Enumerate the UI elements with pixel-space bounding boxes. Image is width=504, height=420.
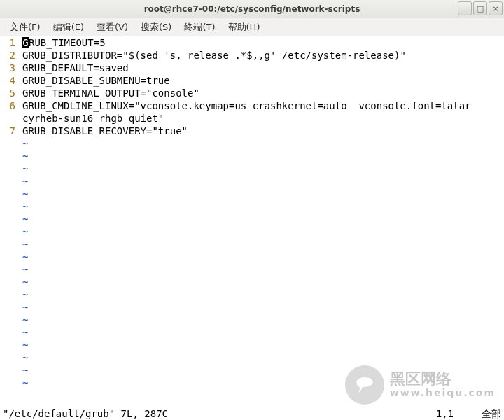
empty-line-tilde: ~ xyxy=(22,175,504,188)
menubar: 文件(F) 编辑(E) 查看(V) 搜索(S) 终端(T) 帮助(H) xyxy=(0,18,504,36)
line-number: 4 xyxy=(0,74,15,87)
empty-line-tilde: ~ xyxy=(22,301,504,314)
code-line[interactable]: GRUB_TIMEOUT=5 xyxy=(22,36,504,49)
window-controls: _ □ × xyxy=(458,1,503,15)
titlebar: root@rhce7-00:/etc/sysconfig/network-scr… xyxy=(0,0,504,18)
menu-file[interactable]: 文件(F) xyxy=(4,19,46,36)
code-line[interactable]: GRUB_DISABLE_SUBMENU=true xyxy=(22,74,504,87)
empty-line-tilde: ~ xyxy=(22,225,504,238)
vim-statusbar: "/etc/default/grub" 7L, 287C 1,1 全部 xyxy=(0,407,504,420)
editor-viewport[interactable]: 1234567 GRUB_TIMEOUT=5GRUB_DISTRIBUTOR="… xyxy=(0,36,504,407)
line-number: 5 xyxy=(0,87,15,99)
empty-line-tilde: ~ xyxy=(22,188,504,200)
empty-line-tilde: ~ xyxy=(22,162,504,175)
minimize-button[interactable]: _ xyxy=(458,1,472,15)
empty-line-tilde: ~ xyxy=(22,377,504,389)
maximize-button[interactable]: □ xyxy=(473,1,487,15)
empty-line-tilde: ~ xyxy=(22,314,504,326)
status-scroll: 全部 xyxy=(482,407,501,420)
line-number: 6 xyxy=(0,99,15,112)
line-number: 1 xyxy=(0,36,15,49)
status-cursor-pos: 1,1 xyxy=(436,407,454,420)
code-area[interactable]: GRUB_TIMEOUT=5GRUB_DISTRIBUTOR="$(sed 's… xyxy=(22,36,504,389)
code-line[interactable]: cyrheb-sun16 rhgb quiet" xyxy=(22,112,504,125)
empty-line-tilde: ~ xyxy=(22,276,504,288)
empty-line-tilde: ~ xyxy=(22,251,504,263)
empty-line-tilde: ~ xyxy=(22,137,504,150)
empty-line-tilde: ~ xyxy=(22,339,504,351)
code-line[interactable]: GRUB_TERMINAL_OUTPUT="console" xyxy=(22,87,504,99)
empty-line-tilde: ~ xyxy=(22,364,504,377)
empty-line-tilde: ~ xyxy=(22,288,504,301)
line-number: 3 xyxy=(0,62,15,74)
menu-edit[interactable]: 编辑(E) xyxy=(48,19,90,36)
empty-line-tilde: ~ xyxy=(22,200,504,213)
line-number: 2 xyxy=(0,49,15,62)
empty-line-tilde: ~ xyxy=(22,238,504,251)
window-title: root@rhce7-00:/etc/sysconfig/network-scr… xyxy=(144,4,360,14)
status-file-info: "/etc/default/grub" 7L, 287C xyxy=(3,407,168,420)
code-line[interactable]: GRUB_DISABLE_RECOVERY="true" xyxy=(22,125,504,137)
empty-line-tilde: ~ xyxy=(22,326,504,339)
close-button[interactable]: × xyxy=(489,1,503,15)
menu-terminal[interactable]: 终端(T) xyxy=(178,19,220,36)
menu-search[interactable]: 搜索(S) xyxy=(135,19,177,36)
menu-view[interactable]: 查看(V) xyxy=(91,19,134,36)
code-line[interactable]: GRUB_CMDLINE_LINUX="vconsole.keymap=us c… xyxy=(22,99,504,112)
line-number-gutter: 1234567 xyxy=(0,36,20,389)
line-number: 7 xyxy=(0,125,15,137)
code-line[interactable]: GRUB_DEFAULT=saved xyxy=(22,62,504,74)
code-line[interactable]: GRUB_DISTRIBUTOR="$(sed 's, release .*$,… xyxy=(22,49,504,62)
menu-help[interactable]: 帮助(H) xyxy=(223,19,266,36)
cursor: G xyxy=(22,37,29,48)
line-number xyxy=(0,112,15,125)
empty-line-tilde: ~ xyxy=(22,351,504,364)
empty-line-tilde: ~ xyxy=(22,213,504,225)
empty-line-tilde: ~ xyxy=(22,150,504,162)
empty-line-tilde: ~ xyxy=(22,263,504,276)
